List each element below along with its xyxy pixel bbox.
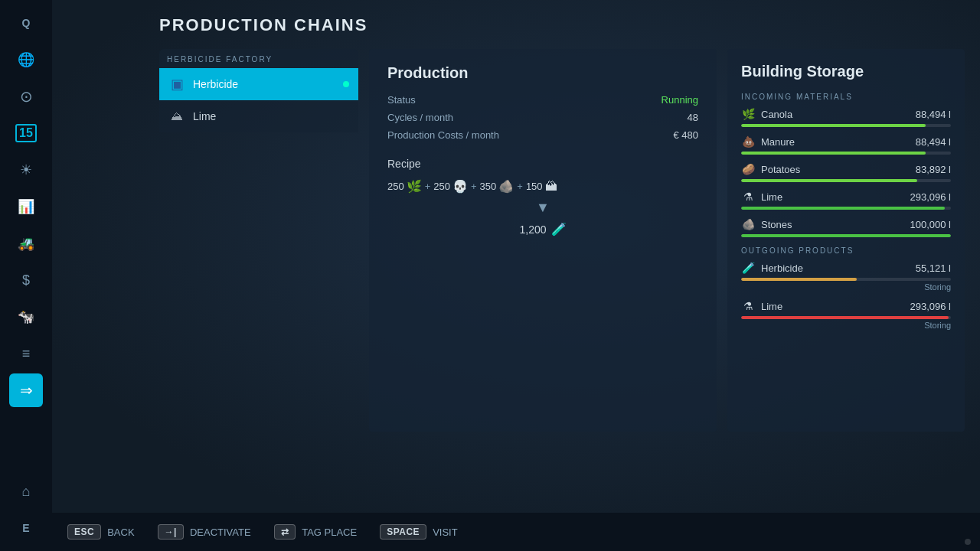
coin-icon: $ [22,272,30,289]
ingredient-amount-2: 350 [480,181,497,192]
lime-out-name: ⚗ Lime [741,299,782,313]
status-row: Status Running [387,94,698,106]
herb-out-label: Herbicide [761,262,803,274]
lime-out-status: Storing [741,321,951,330]
e-icon: E [22,522,29,534]
ingredient-3: 150 🏔 [526,180,557,194]
deactivate-badge: →| [158,524,184,540]
wheel-icon: ⊙ [20,87,33,106]
sidebar-item-wheel[interactable]: ⊙ [9,80,43,113]
manure-bar-bg [741,152,951,155]
production-icon: ⇒ [20,381,33,399]
action-back[interactable]: ESC BACK [67,524,135,540]
manure-name: 💩 Manure [741,135,795,148]
chain-item-lime[interactable]: ⛰ Lime [159,100,358,132]
status-value: Running [662,94,698,106]
herb-out-name: 🧪 Herbicide [741,261,803,275]
lime-out-bar-bg [741,316,951,319]
manure-bar-fill [741,152,926,155]
deactivate-label: DEACTIVATE [190,527,251,538]
sidebar-item-notes[interactable]: ≡ [9,337,43,370]
storage-potatoes-header: 🥔 Potatoes 83,892 l [741,162,951,176]
sidebar-item-e[interactable]: E [9,511,43,545]
canola-bar-fill [741,124,926,127]
potatoes-icon: 🥔 [741,162,755,176]
arrow-icon: ▼ [536,200,550,216]
sidebar-item-q[interactable]: Q [9,6,43,40]
sidebar-item-globe[interactable]: 🌐 [9,43,43,77]
herbicide-chain-icon: ▣ [168,76,185,93]
ingredient-amount-0: 250 [387,181,404,192]
sun-icon: ☀ [20,161,32,178]
lime-in-name: ⚗ Lime [741,190,782,204]
ingredient-amount-1: 250 [433,181,450,192]
lime-in-bar-fill [741,207,945,210]
herb-out-icon: 🧪 [741,261,755,275]
storage-herb-out-header: 🧪 Herbicide 55,121 l [741,261,951,275]
chain-list: ▣ Herbicide ⛰ Lime [159,68,358,132]
storage-herbicide-out: 🧪 Herbicide 55,121 l Storing [741,261,951,292]
storage-lime-out-header: ⚗ Lime 293,096 l [741,299,951,313]
chain-item-herbicide[interactable]: ▣ Herbicide [159,68,358,100]
lime-chain-label: Lime [193,110,216,122]
panel-left: HERBICIDE FACTORY ▣ Herbicide ⛰ Lime [159,49,358,132]
globe-icon: 🌐 [18,51,34,68]
lime-out-icon: ⚗ [741,299,755,313]
cycles-label: Cycles / month [387,112,453,123]
bottom-bar: ESC BACK →| DEACTIVATE ⇄ TAG PLACE SPACE… [52,513,980,551]
sidebar-item-tractor[interactable]: 🚜 [9,227,43,260]
manure-amount: 88,494 l [916,136,951,148]
lime-in-icon: ⚗ [741,190,755,204]
herb-out-status: Storing [741,282,951,292]
potatoes-bar-fill [741,179,917,182]
action-visit[interactable]: SPACE VISIT [380,524,457,540]
esc-badge: ESC [67,524,101,540]
sidebar-item-animal[interactable]: 🐄 [9,300,43,334]
factory-label: HERBICIDE FACTORY [159,49,358,68]
canola-icon: 🌿 [741,107,755,121]
recipe-output: 1,200 🧪 [387,222,698,236]
ingredient-icon-3: 🏔 [545,180,557,194]
recipe-section: Recipe 250 🌿 + 250 💀 + 350 🪨 [387,158,698,236]
herb-out-bar-fill [741,278,857,281]
production-title: Production [387,64,698,82]
potatoes-amount: 83,892 l [916,164,951,175]
visit-label: VISIT [433,527,458,538]
canola-amount: 88,494 l [916,109,951,120]
lime-in-label: Lime [761,191,782,203]
potatoes-bar-bg [741,179,951,182]
active-dot [343,81,349,87]
sidebar-item-coin[interactable]: $ [9,263,43,297]
storage-stones-header: 🪨 Stones 100,000 l [741,217,951,231]
panels: HERBICIDE FACTORY ▣ Herbicide ⛰ Lime Pro… [159,49,965,432]
sidebar-item-mission[interactable]: ⌂ [9,474,43,508]
canola-name: 🌿 Canola [741,107,792,121]
action-deactivate[interactable]: →| DEACTIVATE [158,524,251,540]
herb-out-amount: 55,121 l [916,262,951,274]
lime-chain-icon: ⛰ [168,108,185,125]
recipe-label: Recipe [387,158,698,170]
plus-1: + [471,181,477,192]
tractor-icon: 🚜 [18,235,34,252]
ingredient-2: 350 🪨 [480,179,514,194]
ingredient-icon-0: 🌿 [407,179,422,194]
stones-icon: 🪨 [741,217,755,231]
visit-badge: SPACE [380,524,426,540]
notes-icon: ≡ [22,346,31,362]
q-icon: Q [22,17,31,29]
stones-bar-bg [741,234,951,237]
sidebar-item-sun[interactable]: ☀ [9,153,43,187]
sidebar-item-production[interactable]: ⇒ [9,373,43,407]
herbicide-chain-label: Herbicide [193,78,238,90]
sidebar-item-calendar[interactable]: 15 [9,116,43,150]
sidebar-item-chart[interactable]: 📊 [9,190,43,223]
sidebar: Q 🌐 ⊙ 15 ☀ 📊 🚜 $ 🐄 ≡ ⇒ ⌂ E [0,0,52,551]
ingredient-0: 250 🌿 [387,179,422,194]
action-tagplace[interactable]: ⇄ TAG PLACE [274,524,358,540]
lime-in-amount: 293,096 l [910,191,952,203]
lime-in-bar-bg [741,207,951,210]
stones-label: Stones [761,219,792,230]
calendar-icon: 15 [15,124,37,142]
outgoing-label: OUTGOING PRODUCTS [741,246,951,255]
tagplace-badge: ⇄ [274,524,296,540]
